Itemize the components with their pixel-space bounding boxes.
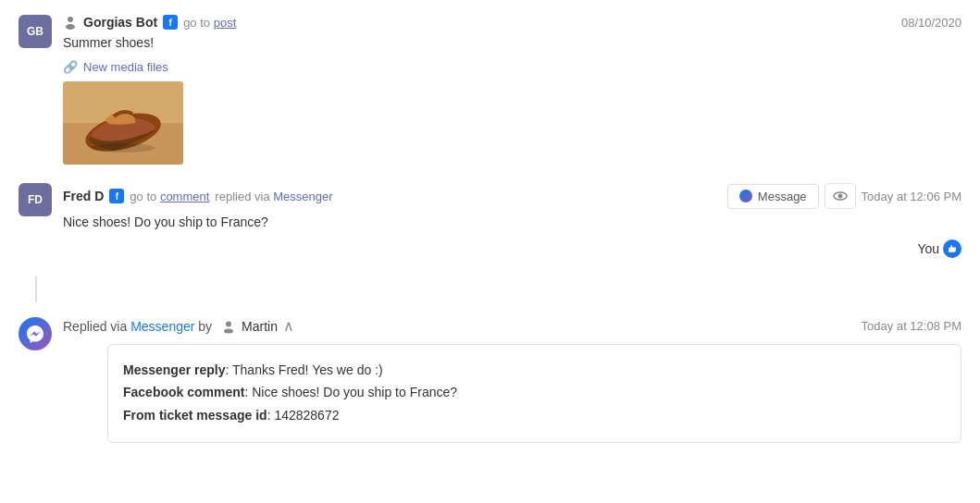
timestamp-fred: Today at 12:06 PM bbox=[862, 190, 961, 203]
sender-name-gorgias-bot: Gorgias Bot bbox=[83, 15, 157, 30]
facebook-comment-line: Facebook comment: Nice shoes! Do you shi… bbox=[123, 382, 946, 402]
divider-line bbox=[35, 276, 961, 302]
thread-divider bbox=[35, 276, 961, 302]
you-label: You bbox=[917, 241, 939, 256]
go-to-comment: go to comment bbox=[130, 190, 209, 203]
message-content-gorgias-bot: Gorgias Bot f go to post 08/10/2020 Summ… bbox=[63, 15, 961, 165]
media-label[interactable]: 🔗 New media files bbox=[63, 60, 961, 74]
replied-via-text: Replied via Messenger by bbox=[63, 319, 212, 334]
eye-icon bbox=[833, 189, 848, 203]
avatar-gorgias-bot: GB bbox=[19, 15, 52, 48]
reply-timestamp: Today at 12:08 PM bbox=[862, 319, 961, 333]
agent-name: Martin bbox=[242, 319, 278, 334]
message-content-fred-d: Fred D f go to comment replied via Messe… bbox=[63, 183, 961, 258]
link-icon: 🔗 bbox=[63, 60, 78, 74]
person-icon bbox=[63, 15, 78, 30]
shoe-image bbox=[63, 81, 183, 165]
message-gorgias-bot: GB Gorgias Bot f go to post 08/10/2020 S… bbox=[19, 15, 961, 165]
svg-point-0 bbox=[68, 17, 73, 22]
messenger-icon bbox=[26, 325, 44, 343]
you-thumbsup-icon bbox=[943, 239, 961, 258]
svg-point-1 bbox=[66, 24, 75, 30]
media-thumbnail[interactable] bbox=[63, 81, 183, 165]
agent-icon bbox=[221, 319, 236, 334]
messenger-reply-line: Messenger reply: Thanks Fred! Yes we do … bbox=[123, 360, 946, 380]
reply-header: Replied via Messenger by Martin ∧ Today … bbox=[63, 317, 961, 335]
messenger-icon-circle bbox=[19, 317, 52, 350]
you-badge: You bbox=[63, 239, 961, 258]
svg-point-5 bbox=[91, 143, 155, 153]
avatar-fred-d: FD bbox=[19, 183, 52, 216]
message-button[interactable]: Message bbox=[727, 184, 819, 209]
svg-point-9 bbox=[224, 328, 233, 333]
message-header-gorgias-bot: Gorgias Bot f go to post 08/10/2020 bbox=[63, 15, 961, 30]
facebook-icon-fred: f bbox=[109, 189, 124, 203]
ticket-id-line: From ticket message id: 142828672 bbox=[123, 405, 946, 425]
message-header-fred-d: Fred D f go to comment replied via Messe… bbox=[63, 183, 961, 209]
svg-point-7 bbox=[837, 194, 842, 199]
replied-via: replied via Messenger bbox=[215, 190, 332, 203]
post-link[interactable]: post bbox=[214, 16, 237, 30]
message-fred-d: FD Fred D f go to comment replied via Me… bbox=[19, 183, 961, 258]
comment-link[interactable]: comment bbox=[160, 190, 209, 203]
message-text-gorgias-bot: Summer shoes! bbox=[63, 33, 961, 53]
replied-via-messenger-link[interactable]: Messenger bbox=[273, 190, 332, 203]
eye-button[interactable] bbox=[825, 183, 856, 209]
messenger-icon-btn bbox=[739, 190, 752, 202]
reply-content: Replied via Messenger by Martin ∧ Today … bbox=[63, 317, 961, 443]
svg-point-8 bbox=[226, 321, 231, 326]
reply-card: Messenger reply: Thanks Fred! Yes we do … bbox=[107, 344, 961, 443]
facebook-icon: f bbox=[163, 15, 178, 30]
conversation-container: GB Gorgias Bot f go to post 08/10/2020 S… bbox=[0, 0, 980, 458]
message-text-fred: Nice shoes! Do you ship to France? bbox=[63, 213, 961, 232]
chevron-up-icon[interactable]: ∧ bbox=[283, 317, 294, 335]
messenger-avatar bbox=[19, 317, 52, 350]
action-buttons: Message Today at 12:06 PM bbox=[727, 183, 961, 209]
thumbsup-icon bbox=[947, 243, 958, 254]
reply-block: Replied via Messenger by Martin ∧ Today … bbox=[19, 317, 961, 443]
timestamp-gorgias-bot: 08/10/2020 bbox=[901, 16, 961, 30]
sender-name-fred-d: Fred D bbox=[63, 189, 104, 203]
replied-via-messenger[interactable]: Messenger bbox=[130, 319, 194, 334]
go-to-label: go to post bbox=[183, 16, 236, 30]
